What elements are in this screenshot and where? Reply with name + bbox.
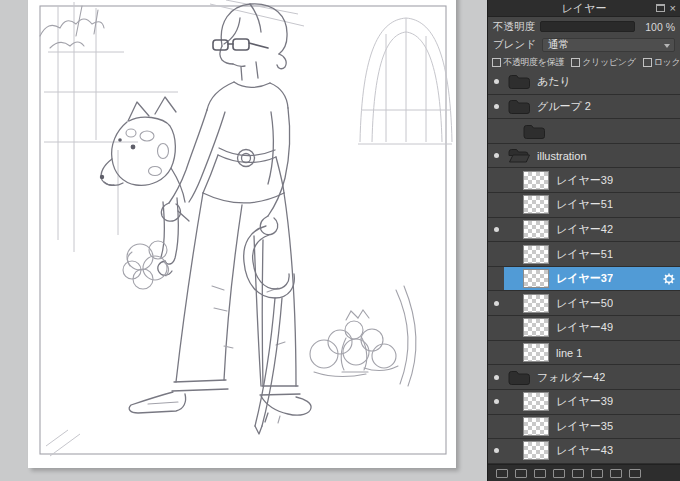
layer-thumbnail (523, 171, 549, 190)
new-folder-icon[interactable] (515, 469, 527, 478)
layer-folder-row[interactable]: illustration (488, 144, 680, 169)
visibility-toggle[interactable] (488, 316, 504, 340)
new-layer-icon[interactable] (496, 469, 508, 478)
layer-thumbnail (523, 343, 549, 362)
layer-row[interactable]: レイヤー35 (488, 415, 680, 440)
visibility-toggle[interactable] (488, 193, 504, 217)
lock-checkbox[interactable]: ロック (643, 56, 680, 69)
clipping-checkbox[interactable]: クリッピング (571, 56, 635, 69)
visibility-dot-icon (494, 301, 499, 306)
visibility-toggle[interactable] (488, 390, 504, 414)
visibility-toggle[interactable] (488, 242, 504, 266)
layer-row[interactable]: レイヤー49 (488, 316, 680, 341)
layers-panel-titlebar[interactable]: レイヤー × (488, 0, 680, 17)
visibility-toggle[interactable] (488, 439, 504, 463)
visibility-toggle[interactable] (488, 95, 504, 119)
layer-thumbnail (523, 294, 549, 313)
layer-name: illustration (537, 150, 587, 162)
visibility-toggle[interactable] (488, 144, 504, 168)
protect-opacity-checkbox[interactable]: 不透明度を保護 (492, 56, 564, 69)
layer-name: レイヤー42 (556, 222, 613, 237)
layer-options-row: 不透明度を保護 クリッピング ロック (488, 54, 680, 70)
visibility-toggle[interactable] (488, 267, 504, 291)
blend-mode-select[interactable]: 通常 (542, 38, 675, 52)
paint-app-window: レイヤー × 不透明度 100 % ブレンド 通常 不透明度を保護 (0, 0, 680, 481)
duplicate-layer-icon[interactable] (534, 469, 546, 478)
canvas-page[interactable] (28, 0, 456, 468)
layer-folder-row[interactable]: グループ 2 (488, 95, 680, 120)
layer-row[interactable]: line 1 (488, 341, 680, 366)
layer-list: あたりグループ 2illustrationレイヤー39レイヤー51レイヤー42レ… (488, 70, 680, 464)
merge-down-icon[interactable] (553, 469, 565, 478)
layer-name: レイヤー51 (556, 197, 613, 212)
visibility-dot-icon (494, 448, 499, 453)
visibility-dot-icon (494, 375, 499, 380)
layer-row[interactable]: レイヤー43 (488, 439, 680, 464)
visibility-toggle[interactable] (488, 119, 504, 143)
checkbox-icon (571, 58, 580, 67)
visibility-toggle[interactable] (488, 291, 504, 315)
visibility-toggle[interactable] (488, 365, 504, 389)
layer-thumbnail (523, 269, 549, 288)
layer-name: フォルダー42 (537, 370, 605, 385)
layer-folder-row[interactable]: あたり (488, 70, 680, 95)
folder-icon (508, 99, 530, 114)
chevron-down-icon (664, 44, 670, 48)
layers-panel-title: レイヤー (562, 1, 607, 16)
layer-name: レイヤー35 (556, 419, 613, 434)
visibility-dot-icon (494, 79, 499, 84)
layer-name: レイヤー37 (556, 271, 613, 286)
layer-row[interactable]: レイヤー39 (488, 390, 680, 415)
clear-layer-icon[interactable] (610, 469, 622, 478)
visibility-toggle[interactable] (488, 70, 504, 94)
layer-row[interactable]: レイヤー50 (488, 291, 680, 316)
visibility-dot-icon (494, 399, 499, 404)
protect-opacity-label: 不透明度を保護 (503, 56, 564, 69)
layer-settings-gear-icon[interactable] (663, 273, 675, 285)
layer-row[interactable]: レイヤー51 (488, 193, 680, 218)
blend-row: ブレンド 通常 (488, 36, 680, 54)
layer-row[interactable]: レイヤー42 (488, 218, 680, 243)
layer-row[interactable]: レイヤー51 (488, 242, 680, 267)
checkbox-icon (492, 58, 501, 67)
layer-name: レイヤー43 (556, 443, 613, 458)
layer-row[interactable]: レイヤー39 (488, 168, 680, 193)
panel-close-icon[interactable]: × (670, 3, 676, 14)
visibility-toggle[interactable] (488, 218, 504, 242)
opacity-value: 100 % (640, 21, 675, 33)
layer-thumbnail (523, 318, 549, 337)
visibility-toggle[interactable] (488, 168, 504, 192)
layers-panel: レイヤー × 不透明度 100 % ブレンド 通常 不透明度を保護 (487, 0, 680, 481)
layer-thumbnail (523, 441, 549, 460)
folder-icon (523, 124, 545, 139)
clipping-label: クリッピング (582, 56, 635, 69)
visibility-toggle[interactable] (488, 415, 504, 439)
checkbox-icon (643, 58, 652, 67)
layer-folder-row[interactable] (488, 119, 680, 144)
layer-name: レイヤー39 (556, 173, 613, 188)
layer-thumbnail (523, 245, 549, 264)
opacity-label: 不透明度 (493, 20, 535, 34)
layer-folder-row[interactable]: フォルダー42 (488, 365, 680, 390)
move-down-icon[interactable] (591, 469, 603, 478)
opacity-slider[interactable] (540, 21, 635, 32)
panel-popout-icon[interactable] (656, 4, 665, 12)
folder-open-icon (508, 148, 530, 163)
layer-name: line 1 (556, 347, 582, 359)
canvas-area[interactable] (0, 0, 487, 481)
lock-label: ロック (654, 56, 680, 69)
blend-mode-value: 通常 (548, 38, 569, 52)
canvas-sketch (28, 0, 456, 468)
layer-name: あたり (537, 74, 571, 89)
layer-thumbnail (523, 392, 549, 411)
move-up-icon[interactable] (572, 469, 584, 478)
blend-label: ブレンド (493, 38, 536, 52)
visibility-dot-icon (494, 153, 499, 158)
layer-name: レイヤー51 (556, 247, 613, 262)
delete-layer-icon[interactable] (629, 469, 641, 478)
visibility-dot-icon (494, 104, 499, 109)
layer-thumbnail (523, 417, 549, 436)
layer-thumbnail (523, 220, 549, 239)
visibility-toggle[interactable] (488, 341, 504, 365)
layer-row[interactable]: レイヤー37 (488, 267, 680, 292)
